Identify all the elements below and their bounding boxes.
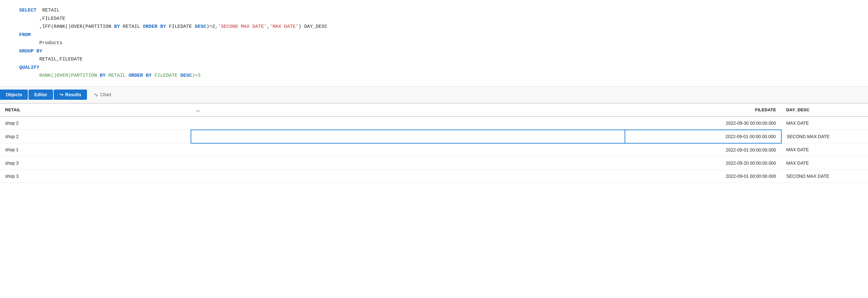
- cell-dots: [191, 143, 625, 157]
- cell-filedate: 2022-09-01 00:00:00.000: [625, 130, 781, 143]
- cell-retail: shop 1: [0, 143, 191, 157]
- results-arrow-icon: ↪: [60, 92, 63, 97]
- cell-dots: [191, 156, 625, 169]
- cell-dots: [191, 117, 625, 130]
- code-line: RETAIL,FILEDATE: [19, 55, 849, 64]
- code-line: ,FILEDATE: [19, 15, 849, 23]
- chart-label: Chart: [100, 92, 111, 97]
- results-table: RETAIL...FILEDATEDAY_DESC shop 22022-09-…: [0, 103, 868, 183]
- results-button[interactable]: ↪ Results: [54, 90, 87, 100]
- code-line: QUALIFY: [19, 64, 849, 72]
- editor-button[interactable]: Editor: [28, 90, 53, 100]
- cell-dots: [191, 130, 625, 143]
- code-line: ,IFF(RANK()OVER(PARTITION BY RETAIL ORDE…: [19, 23, 849, 31]
- code-section: SELECT RETAIL ,FILEDATE ,IFF(RANK()OVER(…: [0, 0, 868, 86]
- cell-daydesc: MAX DATE: [781, 117, 868, 130]
- cell-retail: shop 3: [0, 169, 191, 183]
- cell-daydesc: MAX DATE: [781, 143, 868, 157]
- cell-filedate: 2022-09-30 00:00:00.000: [625, 117, 781, 130]
- table-row[interactable]: shop 22022-09-30 00:00:00.000MAX DATE: [0, 117, 868, 130]
- results-label: Results: [65, 92, 82, 97]
- table-section: RETAIL...FILEDATEDAY_DESC shop 22022-09-…: [0, 103, 868, 183]
- code-line: FROM: [19, 31, 849, 39]
- col-header-dots: ...: [191, 103, 625, 117]
- cell-daydesc: SECOND MAX DATE: [781, 169, 868, 183]
- objects-button[interactable]: Objects: [0, 90, 28, 100]
- cell-retail: shop 2: [0, 117, 191, 130]
- code-line: SELECT RETAIL: [19, 6, 849, 15]
- cell-retail: shop 2: [0, 130, 191, 143]
- table-header: RETAIL...FILEDATEDAY_DESC: [0, 103, 868, 117]
- code-line: GROUP BY: [19, 47, 849, 56]
- cell-daydesc: SECOND MAX DATE: [781, 130, 868, 143]
- chart-button[interactable]: ∿ Chart: [88, 89, 117, 100]
- cell-filedate: 2022-09-01 00:00:00.000: [625, 143, 781, 157]
- cell-daydesc: MAX DATE: [781, 156, 868, 169]
- table-row[interactable]: shop 32022-09-01 00:00:00.000SECOND MAX …: [0, 169, 868, 183]
- cell-filedate: 2022-09-20 00:00:00.000: [625, 156, 781, 169]
- col-header-daydesc: DAY_DESC: [781, 103, 868, 117]
- code-line: RANK()OVER(PARTITION BY RETAIL ORDER BY …: [19, 72, 849, 80]
- toolbar: Objects Editor ↪ Results ∿ Chart: [0, 86, 868, 103]
- chart-line-icon: ∿: [94, 92, 98, 98]
- table-body: shop 22022-09-30 00:00:00.000MAX DATEsho…: [0, 117, 868, 183]
- table-row[interactable]: shop 22022-09-01 00:00:00.000SECOND MAX …: [0, 130, 868, 143]
- table-row[interactable]: shop 12022-09-01 00:00:00.000MAX DATE: [0, 143, 868, 157]
- col-header-filedate: FILEDATE: [625, 103, 781, 117]
- code-line: Products: [19, 39, 849, 47]
- cell-dots: [191, 169, 625, 183]
- cell-retail: shop 3: [0, 156, 191, 169]
- table-row[interactable]: shop 32022-09-20 00:00:00.000MAX DATE: [0, 156, 868, 169]
- col-header-retail: RETAIL: [0, 103, 191, 117]
- cell-filedate: 2022-09-01 00:00:00.000: [625, 169, 781, 183]
- header-row: RETAIL...FILEDATEDAY_DESC: [0, 103, 868, 117]
